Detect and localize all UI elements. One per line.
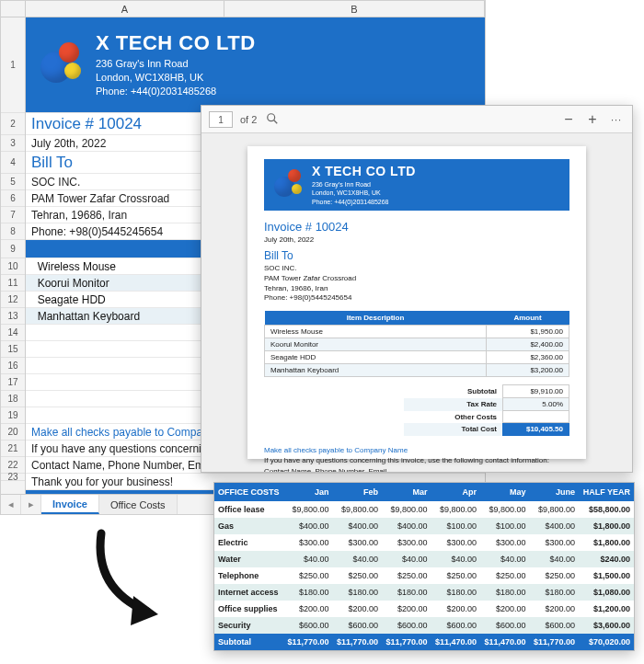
excel-col-headers: A B <box>1 1 485 17</box>
costs-row: Office lease$9,800.00$9,800.00$9,800.00$… <box>214 501 634 518</box>
svg-line-1 <box>274 120 278 123</box>
row-header[interactable]: 20 <box>1 424 25 441</box>
pdf-company-banner: X TECH CO LTD 236 Gray's Inn Road London… <box>264 159 569 211</box>
th-desc: Item Description <box>265 311 487 326</box>
more-icon[interactable]: ··· <box>608 114 625 125</box>
search-icon[interactable] <box>264 112 281 127</box>
costs-row: Water$40.00$40.00$40.00$40.00$40.00$40.0… <box>214 551 634 567</box>
costs-row: Telephone$250.00$250.00$250.00$250.00$25… <box>214 567 634 584</box>
pdf-item-row: Seagate HDD$2,360.00 <box>265 351 569 364</box>
office-costs-window: OFFICE COSTSJanFebMarAprMayJuneHALF YEAR… <box>213 482 635 651</box>
company-name: X TECH CO LTD <box>312 164 416 178</box>
pdf-item-row: Koorui Monitor$2,400.00 <box>265 338 569 351</box>
costs-rowlabel-header: OFFICE COSTS <box>214 483 283 501</box>
costs-col-header: May <box>480 483 529 501</box>
row-header[interactable]: 23 <box>1 474 25 481</box>
costs-col-header: Mar <box>382 483 431 501</box>
row-header[interactable]: 12 <box>1 292 25 308</box>
row-header[interactable]: 1 <box>1 17 25 113</box>
company-address: 236 Gray's Inn Road London, WC1X8HB, UK … <box>96 57 256 98</box>
row-header[interactable]: 19 <box>1 407 25 424</box>
company-name: X TECH CO LTD <box>96 31 256 55</box>
corner-cell[interactable] <box>1 1 26 17</box>
costs-row: Security$600.00$600.00$600.00$600.00$600… <box>214 617 634 634</box>
row-header[interactable]: 18 <box>1 391 25 407</box>
costs-col-header: June <box>530 483 579 501</box>
pdf-item-row: Wireless Mouse$1,950.00 <box>265 326 569 338</box>
costs-col-header: Apr <box>431 483 480 501</box>
pdf-footer-notes: Make all checks payable to Company Name … <box>264 445 569 472</box>
tab-nav-prev-icon[interactable]: ◂ <box>1 495 21 514</box>
row-header[interactable]: 21 <box>1 441 25 457</box>
row-header[interactable]: 6 <box>1 190 25 207</box>
pdf-preview-window: 1 of 2 − + ··· X TECH CO LTD 236 Gray's … <box>201 105 633 473</box>
costs-col-header: Jan <box>283 483 332 501</box>
row-header[interactable]: 16 <box>1 358 25 374</box>
pdf-items-table: Item Description Amount Wireless Mouse$1… <box>264 311 569 377</box>
costs-col-header: Feb <box>333 483 382 501</box>
pdf-date: July 20th, 2022 <box>264 235 569 244</box>
tab-invoice[interactable]: Invoice <box>41 495 99 514</box>
company-banner: X TECH CO LTD 236 Gray's Inn Road London… <box>26 17 485 113</box>
company-logo-icon <box>39 42 85 88</box>
svg-point-0 <box>268 113 275 120</box>
costs-col-header: HALF YEAR <box>579 483 634 501</box>
row-header[interactable]: 2 <box>1 113 25 135</box>
company-logo-icon <box>273 169 305 200</box>
th-amount: Amount <box>487 311 569 326</box>
row-header[interactable]: 10 <box>1 258 25 275</box>
row-header[interactable]: 3 <box>1 135 25 152</box>
pdf-page: X TECH CO LTD 236 Gray's Inn Road London… <box>247 146 586 459</box>
page-number-input[interactable]: 1 <box>209 111 233 128</box>
row-headers: 1234567891011121314151617181920212223 <box>1 17 26 494</box>
zoom-out-icon[interactable]: − <box>560 111 577 128</box>
row-header[interactable]: 13 <box>1 308 25 325</box>
row-header[interactable]: 15 <box>1 341 25 358</box>
pdf-totals: Subtotal$9,910.00 Tax Rate5.00% Other Co… <box>264 384 569 436</box>
row-header[interactable]: 11 <box>1 275 25 292</box>
row-header[interactable]: 5 <box>1 174 25 190</box>
costs-subtotal-row: Subtotal$11,770.00$11,770.00$11,770.00$1… <box>214 634 634 650</box>
pdf-toolbar: 1 of 2 − + ··· <box>201 106 632 133</box>
row-header[interactable]: 14 <box>1 325 25 341</box>
row-header[interactable]: 9 <box>1 240 25 258</box>
pdf-billto-header: Bill To <box>264 249 569 262</box>
company-address: 236 Gray's Inn Road London, WC1X8HB, UK … <box>312 180 416 206</box>
tab-office-costs[interactable]: Office Costs <box>99 495 178 514</box>
office-costs-table: OFFICE COSTSJanFebMarAprMayJuneHALF YEAR… <box>214 483 634 650</box>
pdf-page-area[interactable]: X TECH CO LTD 236 Gray's Inn Road London… <box>201 133 632 472</box>
pdf-item-row: Manhattan Keyboard$3,200.00 <box>265 364 569 377</box>
zoom-in-icon[interactable]: + <box>584 111 601 128</box>
page-of-label: of 2 <box>240 114 257 125</box>
arrow-icon <box>83 524 193 635</box>
col-header-a[interactable]: A <box>26 1 224 17</box>
costs-row: Electric$300.00$300.00$300.00$300.00$300… <box>214 534 634 551</box>
pdf-invoice-number: Invoice # 10024 <box>264 220 569 234</box>
row-header[interactable]: 17 <box>1 374 25 391</box>
col-header-b[interactable]: B <box>224 1 485 17</box>
row-header[interactable]: 4 <box>1 152 25 174</box>
tab-nav-next-icon[interactable]: ▸ <box>21 495 41 514</box>
row-header[interactable]: 8 <box>1 223 25 240</box>
costs-row: Gas$400.00$400.00$400.00$100.00$100.00$4… <box>214 518 634 534</box>
costs-row: Internet access$180.00$180.00$180.00$180… <box>214 584 634 601</box>
pdf-billto-address: SOC INC. PAM Tower Zafar Crossroad Tehra… <box>264 264 569 303</box>
costs-row: Office supplies$200.00$200.00$200.00$200… <box>214 601 634 617</box>
row-header[interactable]: 7 <box>1 207 25 223</box>
